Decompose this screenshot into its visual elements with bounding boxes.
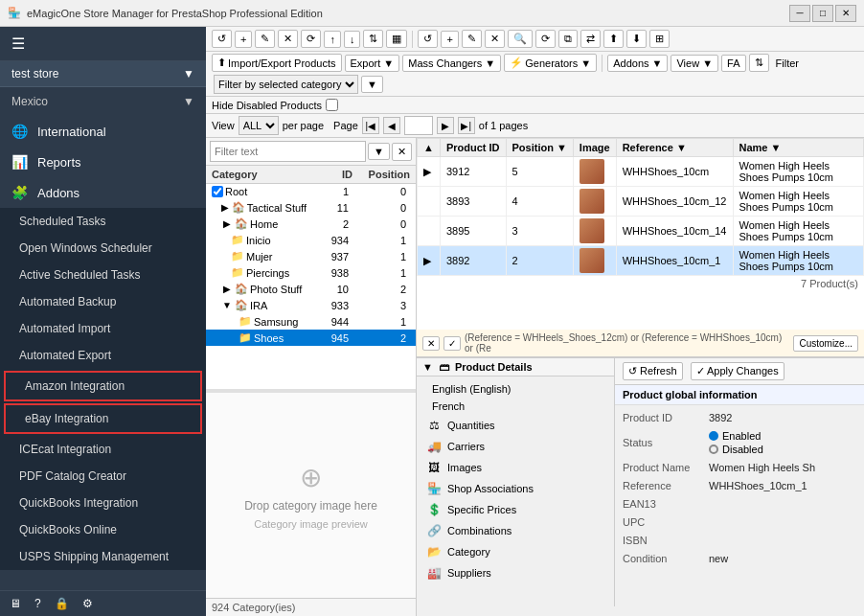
table-row-selected[interactable]: ▶ 3892 2 WHHShoes_10cm_1 Women High Heel… bbox=[418, 246, 864, 276]
export-button[interactable]: Export ▼ bbox=[345, 55, 400, 72]
detail-section-suppliers[interactable]: 🏭 Suppliers bbox=[417, 562, 614, 583]
filter-clear-button[interactable]: ✕ bbox=[392, 143, 412, 161]
filter-select[interactable]: Filter by selected category bbox=[214, 75, 358, 94]
delete-category-button[interactable]: ✕ bbox=[278, 30, 298, 48]
sidebar-item-amazon-integration[interactable]: Amazon Integration bbox=[4, 371, 202, 401]
sidebar-item-automated-backup[interactable]: Automated Backup bbox=[0, 288, 206, 315]
sidebar-item-automated-import[interactable]: Automated Import bbox=[0, 315, 206, 342]
sidebar-item-scheduled-tasks[interactable]: Scheduled Tasks bbox=[0, 208, 206, 235]
sync-button[interactable]: ⇄ bbox=[580, 30, 601, 48]
filter-icon-button[interactable]: FA bbox=[721, 55, 745, 72]
detail-lang-french[interactable]: French bbox=[417, 398, 614, 415]
apply-changes-button[interactable]: ✓ Apply Changes bbox=[691, 362, 784, 380]
sidebar-item-icecat-integration[interactable]: ICEcat Integration bbox=[0, 436, 206, 463]
delete-product-button[interactable]: ✕ bbox=[485, 30, 505, 48]
store-selector[interactable]: test store ▼ bbox=[0, 61, 206, 87]
tree-row-selected[interactable]: 📁 Shoes 945 2 bbox=[206, 330, 416, 346]
detail-section-carriers[interactable]: 🚚 Carriers bbox=[417, 436, 614, 457]
sidebar-item-international[interactable]: 🌐 International bbox=[0, 116, 206, 147]
maximize-button[interactable]: □ bbox=[812, 5, 833, 22]
table-row[interactable]: 3893 4 WHHShoes_10cm_12 Women High Heels… bbox=[418, 187, 864, 217]
first-page-button[interactable]: |◀ bbox=[362, 117, 379, 134]
lock-icon[interactable]: 🔒 bbox=[55, 597, 69, 610]
filter-funnel-button[interactable]: ▼ bbox=[368, 143, 390, 160]
add-category-button[interactable]: + bbox=[235, 31, 252, 48]
tree-row[interactable]: Root 1 0 bbox=[206, 184, 416, 199]
view-select[interactable]: ALL bbox=[239, 116, 279, 135]
settings-icon[interactable]: ⚙ bbox=[82, 597, 93, 610]
customize-button[interactable]: Customize... bbox=[793, 335, 858, 352]
tree-row[interactable]: 📁 Mujer 937 1 bbox=[206, 248, 416, 264]
sidebar-item-active-scheduled-tasks[interactable]: Active Scheduled Tasks bbox=[0, 262, 206, 288]
detail-section-shop-associations[interactable]: 🏪 Shop Associations bbox=[417, 478, 614, 499]
add-product-button[interactable]: + bbox=[441, 31, 458, 48]
detail-section-category[interactable]: 📂 Category bbox=[417, 541, 614, 562]
table-row[interactable]: ▶ 3912 5 WHHShoes_10cm Women High Heels … bbox=[418, 157, 864, 187]
sort-icon-button[interactable]: ⇅ bbox=[749, 54, 769, 72]
sidebar-item-addons[interactable]: 🧩 Addons bbox=[0, 177, 206, 208]
detail-lang-english[interactable]: English (English) bbox=[417, 380, 614, 398]
search-product-button[interactable]: 🔍 bbox=[508, 30, 533, 48]
view-button[interactable]: ▦ bbox=[386, 30, 407, 48]
view-dropdown-button[interactable]: View ▼ bbox=[671, 55, 718, 72]
filter-check-button[interactable]: ✓ bbox=[443, 336, 461, 351]
sidebar-item-quickbooks-integration[interactable]: QuickBooks Integration bbox=[0, 490, 206, 516]
duplicate-button[interactable]: ⧉ bbox=[558, 30, 578, 48]
category-filter-input[interactable] bbox=[210, 141, 366, 162]
product-reload-button[interactable]: ⟳ bbox=[535, 30, 556, 48]
tree-row[interactable]: ▶ 🏠 Tactical Stuff 11 0 bbox=[206, 199, 416, 216]
tree-row[interactable]: 📁 Inicio 934 1 bbox=[206, 232, 416, 248]
filter-close-button[interactable]: ✕ bbox=[422, 336, 440, 351]
radio-disabled[interactable]: Disabled bbox=[709, 444, 856, 455]
sort-button[interactable]: ⇅ bbox=[363, 30, 383, 48]
col-product-id[interactable]: Product ID bbox=[440, 139, 506, 157]
table-row[interactable]: 3895 3 WHHShoes_10cm_14 Women High Heels… bbox=[418, 217, 864, 246]
detail-section-combinations[interactable]: 🔗 Combinations bbox=[417, 520, 614, 541]
mass-changers-button[interactable]: Mass Changers ▼ bbox=[402, 55, 501, 72]
tree-row[interactable]: ▶ 🏠 Home 2 0 bbox=[206, 216, 416, 232]
help-icon[interactable]: ? bbox=[34, 597, 41, 610]
edit-product-button[interactable]: ✎ bbox=[462, 30, 482, 48]
col-reference[interactable]: Reference ▼ bbox=[616, 139, 733, 157]
next-page-button[interactable]: ▶ bbox=[437, 117, 454, 134]
tree-row[interactable]: 📁 Samsung 944 1 bbox=[206, 313, 416, 330]
addons-button[interactable]: Addons ▼ bbox=[607, 55, 668, 72]
filter-apply-button[interactable]: ▼ bbox=[361, 76, 383, 93]
tree-row[interactable]: 📁 Piercings 938 1 bbox=[206, 264, 416, 281]
tree-row[interactable]: ▼ 🏠 IRA 933 3 bbox=[206, 297, 416, 313]
detail-section-images[interactable]: 🖼 Images bbox=[417, 457, 614, 478]
move-up-button[interactable]: ↑ bbox=[324, 31, 341, 48]
col-name[interactable]: Name ▼ bbox=[733, 139, 864, 157]
sidebar-item-quickbooks-online[interactable]: QuickBooks Online bbox=[0, 516, 206, 543]
generators-button[interactable]: ⚡ Generators ▼ bbox=[504, 54, 597, 72]
minimize-button[interactable]: ─ bbox=[789, 5, 810, 22]
sidebar-item-ebay-integration[interactable]: eBay Integration bbox=[4, 403, 202, 434]
tree-row[interactable]: ▶ 🏠 Photo Stuff 10 2 bbox=[206, 281, 416, 297]
detail-section-specific-prices[interactable]: 💲 Specific Prices bbox=[417, 499, 614, 520]
reload-button[interactable]: ⟳ bbox=[301, 30, 321, 48]
refresh-button[interactable]: ↺ bbox=[212, 30, 232, 48]
filter-products-button[interactable]: ⊞ bbox=[649, 30, 670, 48]
refresh-global-button[interactable]: ↺ Refresh bbox=[623, 362, 683, 380]
last-page-button[interactable]: ▶| bbox=[458, 117, 475, 134]
sidebar-group-mexico[interactable]: Mexico ▼ bbox=[0, 87, 206, 116]
page-input[interactable]: 1 bbox=[404, 116, 433, 135]
move-down-button[interactable]: ↓ bbox=[344, 31, 361, 48]
detail-section-quantities[interactable]: ⚖ Quantities bbox=[417, 415, 614, 436]
import-export-button[interactable]: ⬆ Import/Export Products bbox=[212, 54, 342, 72]
prev-page-button[interactable]: ◀ bbox=[383, 117, 400, 134]
import-small-button[interactable]: ⬇ bbox=[626, 30, 647, 48]
radio-enabled[interactable]: Enabled bbox=[709, 430, 856, 442]
edit-category-button[interactable]: ✎ bbox=[255, 30, 275, 48]
hamburger-icon[interactable]: ☰ bbox=[11, 34, 25, 53]
col-position[interactable]: Position ▼ bbox=[506, 139, 573, 157]
hide-disabled-checkbox[interactable] bbox=[326, 99, 338, 111]
monitor-icon[interactable]: 🖥 bbox=[10, 597, 21, 610]
sidebar-item-usps-shipping[interactable]: USPS Shipping Management bbox=[0, 543, 206, 570]
product-refresh-button[interactable]: ↺ bbox=[418, 30, 438, 48]
sidebar-item-reports[interactable]: 📊 Reports bbox=[0, 147, 206, 177]
root-checkbox[interactable] bbox=[212, 186, 223, 197]
sidebar-item-pdf-catalog-creator[interactable]: PDF Catalog Creator bbox=[0, 463, 206, 490]
close-button[interactable]: ✕ bbox=[835, 5, 856, 22]
export-small-button[interactable]: ⬆ bbox=[603, 30, 624, 48]
